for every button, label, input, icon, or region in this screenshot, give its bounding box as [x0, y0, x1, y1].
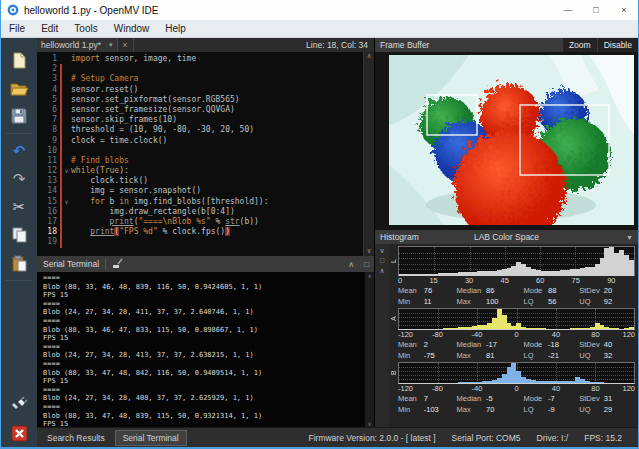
code-line[interactable]: 16 img.draw_rectangle(b[0:4])	[37, 207, 374, 217]
code-line[interactable]: 3# Setup Camera	[37, 74, 374, 84]
code-line[interactable]: 4sensor.reset()	[37, 85, 374, 95]
editor-pane: helloworld 1.py* ▾ × Line: 18, Col: 34 1…	[37, 38, 375, 427]
tab-helloworld[interactable]: helloworld 1.py* ▾	[37, 38, 118, 52]
code-line[interactable]: 13 clock.tick()	[37, 176, 374, 186]
redo-icon[interactable]: ↷	[8, 168, 30, 190]
axis-tick: -120	[398, 330, 413, 339]
code-line[interactable]: 7sensor.skip_frames(10)	[37, 115, 374, 125]
code-line[interactable]: 10	[37, 146, 374, 156]
code-line[interactable]: 12∨while(True):	[37, 166, 374, 176]
code-segment: threshold = (10, 90, -80, -30, 20, 50)	[71, 125, 254, 134]
code-segment	[71, 217, 110, 226]
stat-value: -17	[486, 340, 497, 349]
splitter-down-icon[interactable]: ∨	[379, 246, 384, 256]
code-line[interactable]: 15∨ for b in img.find_blobs([threshold])…	[37, 197, 374, 207]
float-panel-icon[interactable]: □	[359, 260, 374, 269]
stat-value: 76	[424, 286, 432, 295]
splitter-up-icon[interactable]: ∧	[379, 266, 384, 276]
chevron-down-icon[interactable]: ▾	[109, 41, 113, 49]
code-line[interactable]: 5sensor.set_pixformat(sensor.RGB565)	[37, 95, 374, 105]
fold-icon[interactable]: ∨	[62, 166, 71, 176]
code-segment: % clock.fps()	[158, 227, 225, 236]
menu-window[interactable]: Window	[106, 21, 158, 36]
code-line[interactable]: 1import sensor, image, time	[37, 54, 374, 64]
code-line[interactable]: 9clock = time.clock()	[37, 136, 374, 146]
editor-tab-bar: helloworld 1.py* ▾ × Line: 18, Col: 34	[37, 38, 374, 52]
undo-icon[interactable]: ↶	[8, 140, 30, 162]
code-line[interactable]: 18 print("FPS %d" % clock.fps())	[37, 227, 374, 237]
line-number: 7	[37, 115, 57, 125]
code-line[interactable]: 19	[37, 237, 374, 247]
serial-terminal[interactable]: ====Blob (88, 33, 46, 48, 839, 116, 50, …	[37, 272, 374, 427]
code-text: img.draw_rectangle(b[0:4])	[71, 207, 235, 217]
scroll-up-icon[interactable]: ∧	[368, 272, 372, 279]
code-editor[interactable]: 1import sensor, image, time23# Setup Cam…	[37, 52, 374, 256]
stat-label: Max	[457, 297, 486, 306]
panel-splitter-controls: ∨ □ ∧	[375, 244, 389, 427]
code-line[interactable]: 14 img = sensor.snapshot()	[37, 186, 374, 196]
status-info-item: Drive: I:/	[537, 433, 569, 443]
toolbar-separator	[6, 280, 32, 281]
terminal-scrollbar[interactable]: ∧ ∨	[365, 272, 374, 427]
code-line[interactable]: 11# Find blobs	[37, 156, 374, 166]
editor-scrollbar[interactable]: ∧ ∨	[363, 52, 374, 256]
save-file-icon[interactable]	[8, 105, 30, 127]
stat-label: StDev	[579, 286, 604, 295]
tab-close-icon[interactable]: ×	[118, 38, 134, 52]
status-tabs: Search ResultsSerial Terminal	[37, 430, 187, 446]
code-line[interactable]: 6sensor.set_framesize(sensor.QQVGA)	[37, 105, 374, 115]
code-text: clock = time.clock()	[71, 136, 167, 146]
stat-value: -18	[548, 340, 559, 349]
copy-icon[interactable]	[8, 224, 30, 246]
menu-tools[interactable]: Tools	[66, 21, 105, 36]
minimize-icon[interactable]: —	[554, 0, 582, 20]
open-file-icon[interactable]	[8, 77, 30, 99]
code-line[interactable]: 17 print("====\nBlob %s" % str(b))	[37, 217, 374, 227]
collapse-panel-icon[interactable]: ∧	[343, 260, 359, 269]
terminal-line: ====	[43, 300, 374, 309]
dropdown-icon[interactable]: ▼	[626, 234, 638, 241]
menu-help[interactable]: Help	[157, 21, 194, 36]
histogram-header: Histogram LAB Color Space ▼	[375, 230, 638, 244]
status-tab-serial-terminal[interactable]: Serial Terminal	[115, 430, 187, 446]
cut-icon[interactable]: ✂	[8, 196, 30, 218]
status-info-item: Firmware Version: 2.0.0 - [ latest ]	[308, 433, 435, 443]
terminal-line: ====	[43, 360, 374, 369]
histogram-plot	[398, 246, 635, 276]
menu-file[interactable]: File	[1, 21, 33, 36]
code-line[interactable]: 8threshold = (10, 90, -80, -30, 20, 50)	[37, 125, 374, 135]
clear-terminal-icon[interactable]	[112, 258, 123, 271]
side-toolbar: ↶ ↷ ✂	[1, 38, 37, 447]
scroll-down-icon[interactable]: ∨	[368, 420, 372, 427]
disable-button[interactable]: Disable	[598, 38, 638, 52]
menu-edit[interactable]: Edit	[33, 21, 66, 36]
line-number: 15	[37, 197, 57, 207]
code-segment: "FPS %d"	[119, 227, 158, 236]
scroll-down-icon[interactable]: ∨	[367, 247, 371, 256]
axis-tick: 30	[465, 276, 473, 285]
disconnect-icon[interactable]	[8, 422, 30, 444]
histogram-channel-b: B-120-80-4004080120Mean7Median-5Mode-7St…	[389, 362, 635, 415]
terminal-line: Blob (88, 33, 46, 48, 839, 116, 50, 0.94…	[43, 283, 374, 292]
stat-value: 32	[604, 351, 612, 360]
color-space-select[interactable]: LAB Color Space	[474, 232, 539, 242]
connect-icon[interactable]	[8, 394, 30, 416]
fold-icon	[62, 186, 71, 196]
scroll-up-icon[interactable]: ∧	[367, 52, 371, 61]
new-file-icon[interactable]	[8, 49, 30, 71]
zoom-button[interactable]: Zoom	[563, 38, 597, 52]
close-icon[interactable]: ×	[610, 0, 638, 20]
splitter-float-icon[interactable]: □	[380, 256, 384, 266]
status-tab-search-results[interactable]: Search Results	[39, 430, 113, 446]
code-segment: in	[119, 197, 129, 206]
line-number: 2	[37, 64, 57, 74]
code-line[interactable]: 2	[37, 64, 374, 74]
maximize-icon[interactable]: □	[582, 0, 610, 20]
stat-value: 29	[604, 405, 612, 414]
fold-icon[interactable]: ∨	[62, 197, 71, 207]
stat-label: Mode	[523, 394, 548, 403]
stat-label: Min	[398, 297, 424, 306]
channel-label: L	[389, 246, 398, 276]
paste-icon[interactable]	[8, 252, 30, 274]
axis-tick: 80	[591, 330, 599, 339]
